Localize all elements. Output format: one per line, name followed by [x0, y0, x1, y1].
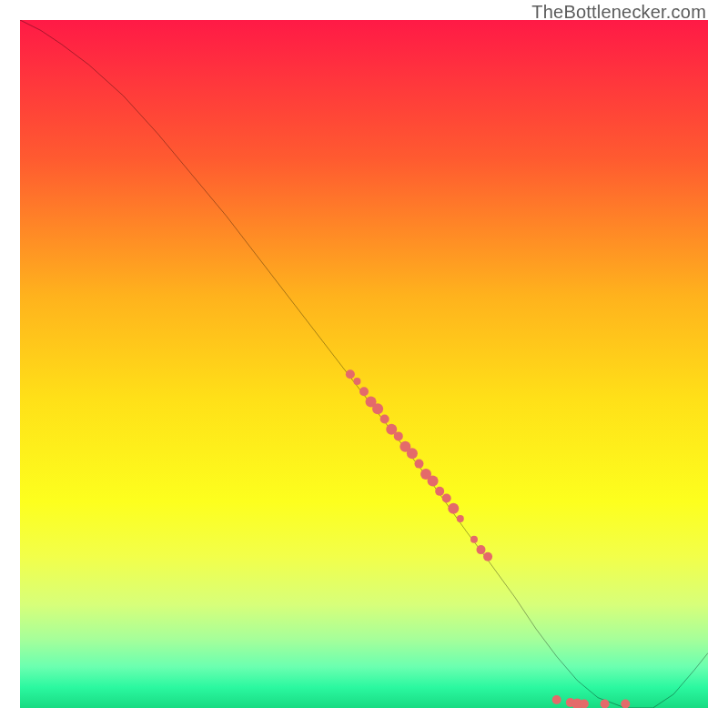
- data-point: [428, 476, 439, 487]
- data-point: [346, 369, 355, 379]
- data-point: [353, 378, 360, 385]
- data-points-group: [346, 369, 630, 708]
- data-point: [394, 431, 403, 440]
- data-point: [372, 403, 383, 414]
- data-point: [457, 515, 464, 522]
- data-point: [442, 493, 451, 502]
- data-point: [380, 414, 389, 423]
- data-point: [414, 460, 423, 469]
- data-point: [359, 387, 369, 396]
- plot-area: [20, 20, 708, 708]
- chart-container: TheBottlenecker.com: [0, 0, 728, 728]
- data-point: [552, 695, 561, 704]
- data-point: [580, 699, 589, 708]
- data-point: [448, 503, 459, 514]
- data-point: [477, 545, 486, 554]
- data-point: [470, 536, 478, 543]
- data-point: [621, 699, 630, 708]
- curve-layer: [20, 20, 708, 708]
- data-point: [601, 699, 610, 708]
- bottleneck-curve: [20, 20, 708, 708]
- data-point: [435, 487, 444, 496]
- data-point: [483, 552, 492, 561]
- data-point: [407, 448, 418, 459]
